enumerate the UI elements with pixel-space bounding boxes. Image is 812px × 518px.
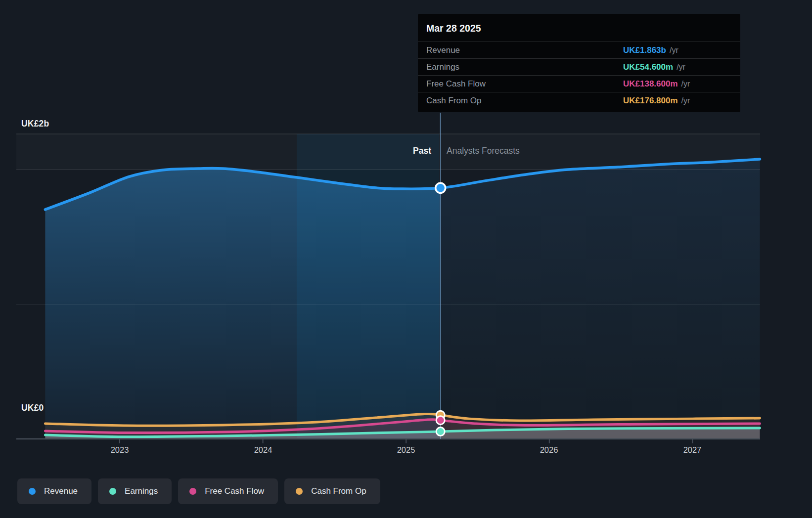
tooltip-row-value: UK£138.600m [623, 79, 678, 88]
earnings-marker-dot [436, 428, 445, 436]
earnings-dot-icon [109, 488, 116, 495]
legend-item-free-cash-flow[interactable]: Free Cash Flow [178, 478, 278, 504]
y-axis-label-zero: UK£0 [21, 403, 44, 413]
tooltip-row-unit: /yr [670, 46, 678, 54]
legend: Revenue Earnings Free Cash Flow Cash Fro… [17, 478, 380, 504]
y-axis-label-top: UK£2b [21, 119, 49, 129]
tooltip-row-unit: /yr [677, 63, 685, 71]
x-tick-label-2025: 2025 [370, 445, 442, 455]
tooltip-row-earnings: Earnings UK£54.600m/yr [418, 58, 740, 75]
legend-label: Free Cash Flow [205, 486, 264, 496]
x-tick-label-2026: 2026 [513, 445, 585, 455]
x-axis [16, 439, 760, 443]
x-tick-label-2023: 2023 [84, 445, 155, 455]
tooltip-row-label: Revenue [418, 45, 460, 55]
tooltip-row-free-cash-flow: Free Cash Flow UK£138.600m/yr [418, 75, 740, 92]
forecast-region-label: Analysts Forecasts [447, 146, 520, 156]
tooltip-row-label: Earnings [418, 62, 459, 72]
revenue-forecast-area [441, 159, 760, 439]
revenue-marker-dot [436, 183, 446, 193]
tooltip-row-unit: /yr [681, 80, 690, 88]
tooltip-row-value: UK£1.863b [623, 45, 666, 55]
earnings-revenue-growth-chart: UK£2b UK£0 Past Analysts Forecasts 2023 … [0, 0, 812, 518]
legend-label: Cash From Op [311, 486, 366, 496]
past-region-label: Past [413, 146, 431, 156]
tooltip-row-value: UK£54.600m [623, 62, 673, 72]
tooltip-row-revenue: Revenue UK£1.863b/yr [418, 42, 740, 58]
x-axis-ticks [120, 439, 692, 443]
legend-label: Earnings [125, 486, 158, 496]
tooltip-row-cash-from-op: Cash From Op UK£176.800m/yr [418, 92, 740, 109]
tooltip-date: Mar 28 2025 [418, 14, 740, 42]
revenue-dot-icon [29, 488, 36, 495]
tooltip-row-unit: /yr [681, 96, 690, 105]
tooltip-row-value: UK£176.800m [623, 96, 678, 105]
hover-tooltip: Mar 28 2025 Revenue UK£1.863b/yr Earning… [418, 14, 740, 112]
free-cash-flow-dot-icon [189, 488, 196, 495]
x-tick-label-2024: 2024 [227, 445, 299, 455]
legend-item-cash-from-op[interactable]: Cash From Op [284, 478, 380, 504]
x-tick-label-2027: 2027 [657, 445, 728, 455]
legend-label: Revenue [44, 486, 78, 496]
fcf-marker-dot [436, 416, 445, 425]
cash-from-op-dot-icon [296, 488, 303, 495]
legend-item-earnings[interactable]: Earnings [98, 478, 172, 504]
legend-item-revenue[interactable]: Revenue [17, 478, 91, 504]
tooltip-row-label: Cash From Op [418, 96, 481, 105]
tooltip-row-label: Free Cash Flow [418, 79, 486, 88]
